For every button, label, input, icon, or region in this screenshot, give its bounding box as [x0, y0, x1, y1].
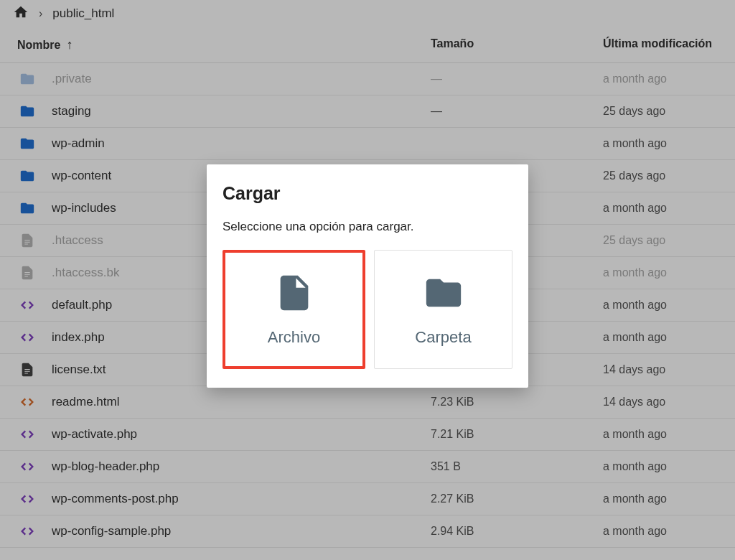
file-icon [273, 272, 315, 314]
modal-overlay[interactable]: Cargar Seleccione una opción para cargar… [0, 0, 735, 560]
upload-folder-label: Carpeta [415, 328, 471, 347]
upload-folder-option[interactable]: Carpeta [374, 250, 512, 369]
folder-icon [423, 272, 464, 314]
modal-options: Archivo Carpeta [223, 250, 512, 369]
upload-file-option[interactable]: Archivo [223, 250, 365, 369]
modal-subtitle: Seleccione una opción para cargar. [223, 220, 512, 234]
upload-modal: Cargar Seleccione una opción para cargar… [207, 164, 528, 388]
modal-title: Cargar [223, 183, 512, 204]
upload-file-label: Archivo [268, 328, 320, 347]
